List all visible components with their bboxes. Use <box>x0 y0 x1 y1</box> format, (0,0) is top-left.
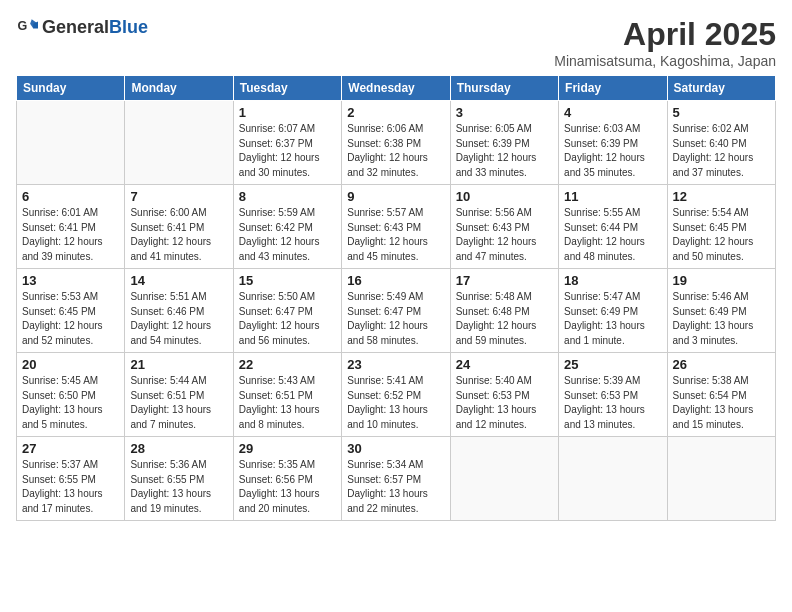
day-number: 12 <box>673 189 770 204</box>
day-number: 20 <box>22 357 119 372</box>
calendar-cell: 26Sunrise: 5:38 AM Sunset: 6:54 PM Dayli… <box>667 353 775 437</box>
calendar-cell: 18Sunrise: 5:47 AM Sunset: 6:49 PM Dayli… <box>559 269 667 353</box>
day-detail: Sunrise: 5:57 AM Sunset: 6:43 PM Dayligh… <box>347 206 444 264</box>
day-detail: Sunrise: 6:06 AM Sunset: 6:38 PM Dayligh… <box>347 122 444 180</box>
day-number: 23 <box>347 357 444 372</box>
day-number: 29 <box>239 441 336 456</box>
day-number: 30 <box>347 441 444 456</box>
logo-text-block: GeneralBlue <box>42 17 148 38</box>
day-detail: Sunrise: 6:07 AM Sunset: 6:37 PM Dayligh… <box>239 122 336 180</box>
day-detail: Sunrise: 5:35 AM Sunset: 6:56 PM Dayligh… <box>239 458 336 516</box>
day-number: 13 <box>22 273 119 288</box>
day-number: 14 <box>130 273 227 288</box>
day-number: 15 <box>239 273 336 288</box>
page-header: G GeneralBlue April 2025 Minamisatsuma, … <box>16 16 776 69</box>
day-number: 17 <box>456 273 553 288</box>
svg-text:G: G <box>18 19 28 33</box>
day-detail: Sunrise: 5:36 AM Sunset: 6:55 PM Dayligh… <box>130 458 227 516</box>
calendar-cell: 22Sunrise: 5:43 AM Sunset: 6:51 PM Dayli… <box>233 353 341 437</box>
header-day-wednesday: Wednesday <box>342 76 450 101</box>
day-detail: Sunrise: 6:01 AM Sunset: 6:41 PM Dayligh… <box>22 206 119 264</box>
calendar-week-row: 27Sunrise: 5:37 AM Sunset: 6:55 PM Dayli… <box>17 437 776 521</box>
calendar-cell: 11Sunrise: 5:55 AM Sunset: 6:44 PM Dayli… <box>559 185 667 269</box>
calendar-cell: 12Sunrise: 5:54 AM Sunset: 6:45 PM Dayli… <box>667 185 775 269</box>
calendar-cell: 2Sunrise: 6:06 AM Sunset: 6:38 PM Daylig… <box>342 101 450 185</box>
calendar-cell <box>559 437 667 521</box>
calendar-cell: 29Sunrise: 5:35 AM Sunset: 6:56 PM Dayli… <box>233 437 341 521</box>
calendar-cell <box>125 101 233 185</box>
header-day-saturday: Saturday <box>667 76 775 101</box>
day-detail: Sunrise: 5:51 AM Sunset: 6:46 PM Dayligh… <box>130 290 227 348</box>
logo-icon: G <box>16 16 38 38</box>
day-number: 7 <box>130 189 227 204</box>
day-detail: Sunrise: 6:05 AM Sunset: 6:39 PM Dayligh… <box>456 122 553 180</box>
day-detail: Sunrise: 5:37 AM Sunset: 6:55 PM Dayligh… <box>22 458 119 516</box>
calendar-week-row: 6Sunrise: 6:01 AM Sunset: 6:41 PM Daylig… <box>17 185 776 269</box>
calendar-cell: 5Sunrise: 6:02 AM Sunset: 6:40 PM Daylig… <box>667 101 775 185</box>
day-number: 1 <box>239 105 336 120</box>
day-number: 2 <box>347 105 444 120</box>
day-number: 19 <box>673 273 770 288</box>
calendar-week-row: 20Sunrise: 5:45 AM Sunset: 6:50 PM Dayli… <box>17 353 776 437</box>
calendar-cell: 27Sunrise: 5:37 AM Sunset: 6:55 PM Dayli… <box>17 437 125 521</box>
calendar-title: April 2025 <box>554 16 776 53</box>
day-number: 28 <box>130 441 227 456</box>
calendar-week-row: 13Sunrise: 5:53 AM Sunset: 6:45 PM Dayli… <box>17 269 776 353</box>
day-number: 25 <box>564 357 661 372</box>
header-day-monday: Monday <box>125 76 233 101</box>
calendar-cell: 28Sunrise: 5:36 AM Sunset: 6:55 PM Dayli… <box>125 437 233 521</box>
calendar-cell: 6Sunrise: 6:01 AM Sunset: 6:41 PM Daylig… <box>17 185 125 269</box>
calendar-cell: 24Sunrise: 5:40 AM Sunset: 6:53 PM Dayli… <box>450 353 558 437</box>
day-detail: Sunrise: 5:54 AM Sunset: 6:45 PM Dayligh… <box>673 206 770 264</box>
day-number: 8 <box>239 189 336 204</box>
day-number: 6 <box>22 189 119 204</box>
calendar-cell: 7Sunrise: 6:00 AM Sunset: 6:41 PM Daylig… <box>125 185 233 269</box>
day-detail: Sunrise: 5:53 AM Sunset: 6:45 PM Dayligh… <box>22 290 119 348</box>
day-number: 21 <box>130 357 227 372</box>
calendar-cell <box>667 437 775 521</box>
calendar-cell: 4Sunrise: 6:03 AM Sunset: 6:39 PM Daylig… <box>559 101 667 185</box>
calendar-table: SundayMondayTuesdayWednesdayThursdayFrid… <box>16 75 776 521</box>
header-day-tuesday: Tuesday <box>233 76 341 101</box>
calendar-week-row: 1Sunrise: 6:07 AM Sunset: 6:37 PM Daylig… <box>17 101 776 185</box>
calendar-cell: 17Sunrise: 5:48 AM Sunset: 6:48 PM Dayli… <box>450 269 558 353</box>
calendar-cell: 23Sunrise: 5:41 AM Sunset: 6:52 PM Dayli… <box>342 353 450 437</box>
calendar-cell: 15Sunrise: 5:50 AM Sunset: 6:47 PM Dayli… <box>233 269 341 353</box>
day-number: 26 <box>673 357 770 372</box>
day-detail: Sunrise: 5:40 AM Sunset: 6:53 PM Dayligh… <box>456 374 553 432</box>
logo-text-general: General <box>42 17 109 37</box>
day-detail: Sunrise: 5:56 AM Sunset: 6:43 PM Dayligh… <box>456 206 553 264</box>
day-detail: Sunrise: 5:41 AM Sunset: 6:52 PM Dayligh… <box>347 374 444 432</box>
calendar-cell: 13Sunrise: 5:53 AM Sunset: 6:45 PM Dayli… <box>17 269 125 353</box>
calendar-cell: 19Sunrise: 5:46 AM Sunset: 6:49 PM Dayli… <box>667 269 775 353</box>
calendar-subtitle: Minamisatsuma, Kagoshima, Japan <box>554 53 776 69</box>
day-number: 5 <box>673 105 770 120</box>
day-number: 27 <box>22 441 119 456</box>
title-block: April 2025 Minamisatsuma, Kagoshima, Jap… <box>554 16 776 69</box>
day-number: 9 <box>347 189 444 204</box>
day-detail: Sunrise: 5:39 AM Sunset: 6:53 PM Dayligh… <box>564 374 661 432</box>
logo: G GeneralBlue <box>16 16 148 38</box>
day-number: 24 <box>456 357 553 372</box>
day-detail: Sunrise: 6:02 AM Sunset: 6:40 PM Dayligh… <box>673 122 770 180</box>
header-day-sunday: Sunday <box>17 76 125 101</box>
day-detail: Sunrise: 5:38 AM Sunset: 6:54 PM Dayligh… <box>673 374 770 432</box>
calendar-cell: 21Sunrise: 5:44 AM Sunset: 6:51 PM Dayli… <box>125 353 233 437</box>
day-detail: Sunrise: 5:44 AM Sunset: 6:51 PM Dayligh… <box>130 374 227 432</box>
day-detail: Sunrise: 6:03 AM Sunset: 6:39 PM Dayligh… <box>564 122 661 180</box>
day-number: 10 <box>456 189 553 204</box>
day-detail: Sunrise: 5:49 AM Sunset: 6:47 PM Dayligh… <box>347 290 444 348</box>
day-detail: Sunrise: 5:47 AM Sunset: 6:49 PM Dayligh… <box>564 290 661 348</box>
day-number: 4 <box>564 105 661 120</box>
calendar-cell: 1Sunrise: 6:07 AM Sunset: 6:37 PM Daylig… <box>233 101 341 185</box>
calendar-cell <box>17 101 125 185</box>
day-detail: Sunrise: 5:48 AM Sunset: 6:48 PM Dayligh… <box>456 290 553 348</box>
day-detail: Sunrise: 5:59 AM Sunset: 6:42 PM Dayligh… <box>239 206 336 264</box>
calendar-cell: 20Sunrise: 5:45 AM Sunset: 6:50 PM Dayli… <box>17 353 125 437</box>
calendar-cell: 16Sunrise: 5:49 AM Sunset: 6:47 PM Dayli… <box>342 269 450 353</box>
day-detail: Sunrise: 5:45 AM Sunset: 6:50 PM Dayligh… <box>22 374 119 432</box>
day-detail: Sunrise: 5:50 AM Sunset: 6:47 PM Dayligh… <box>239 290 336 348</box>
day-number: 3 <box>456 105 553 120</box>
day-detail: Sunrise: 6:00 AM Sunset: 6:41 PM Dayligh… <box>130 206 227 264</box>
calendar-cell: 25Sunrise: 5:39 AM Sunset: 6:53 PM Dayli… <box>559 353 667 437</box>
